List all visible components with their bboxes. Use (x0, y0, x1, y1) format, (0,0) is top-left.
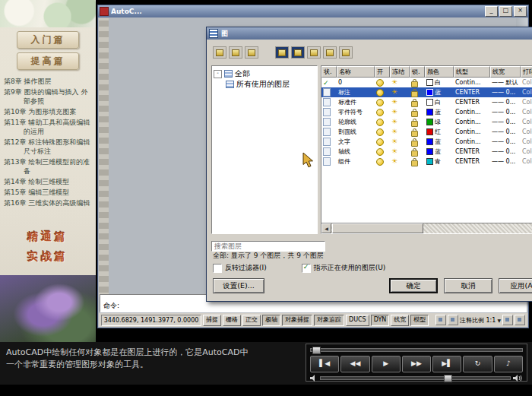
layer-lock-icon[interactable] (411, 150, 418, 157)
horizontal-scrollbar[interactable]: ◀ ▶ (321, 223, 532, 233)
filter-checkbox[interactable]: 反转过滤器(I) (213, 263, 267, 273)
column-header[interactable]: 打印. (521, 66, 532, 78)
layer-freeze-icon[interactable]: ☀ (391, 89, 397, 96)
progress-slider[interactable] (310, 347, 523, 353)
annotation-scale-dropdown-icon[interactable]: ▼ (497, 318, 501, 323)
layer-row[interactable]: 剖面线☀红Contin...—— 0...Color_1 (321, 127, 532, 137)
layer-color-swatch[interactable] (426, 89, 433, 96)
layer-freeze-icon[interactable]: ☀ (391, 119, 397, 125)
layer-row[interactable]: 标准件☀白CENTER—— 0...Color_7 (321, 97, 532, 107)
layer-color-swatch[interactable] (426, 99, 433, 106)
skip-end-button[interactable]: ▶▌ (432, 356, 461, 372)
fast-forward-button[interactable]: ▶▶ (402, 356, 431, 372)
status-toggle[interactable]: DUCS (346, 315, 369, 326)
clean-screen-icon[interactable] (515, 315, 525, 325)
rewind-button[interactable]: ◀◀ (340, 356, 369, 372)
layer-lock-icon[interactable] (411, 141, 418, 147)
status-toggle[interactable]: 栅格 (223, 315, 241, 326)
dialog-titlebar[interactable]: 图 ? × (207, 27, 532, 40)
layer-freeze-icon[interactable]: ☀ (391, 79, 397, 86)
layer-on-icon[interactable] (376, 138, 384, 146)
status-toggle[interactable]: 正交 (242, 315, 261, 326)
layer-color-swatch[interactable] (426, 138, 433, 145)
volume-thumb[interactable] (444, 375, 452, 382)
progress-thumb[interactable] (312, 347, 321, 354)
layer-lock-icon[interactable] (411, 160, 418, 166)
column-header[interactable]: 状. (321, 66, 337, 78)
minimize-button[interactable]: _ (485, 6, 498, 17)
layer-lock-icon[interactable] (411, 131, 418, 137)
close-button[interactable]: × (514, 6, 527, 17)
expander-icon[interactable]: - (214, 70, 222, 78)
section-button-master[interactable]: 精通篇 (14, 230, 82, 244)
layer-color-swatch[interactable] (426, 109, 433, 116)
layer-freeze-icon[interactable]: ☀ (391, 148, 397, 155)
layer-color-swatch[interactable] (426, 119, 433, 125)
layer-row[interactable]: 零件符号☀蓝Contin...—— 0...Color_5 (321, 107, 532, 117)
layer-row[interactable]: 组件☀青CENTER—— 0...Color_4 (321, 157, 532, 166)
new-layer-icon[interactable] (275, 46, 289, 59)
refresh-icon[interactable] (339, 46, 353, 59)
chapter-item[interactable]: 第16章 三维实体的高级编辑 (4, 198, 94, 208)
autocad-titlebar[interactable]: AutoC... _ □ × (98, 5, 528, 17)
layer-lock-icon[interactable] (411, 91, 418, 97)
new-property-filter-icon[interactable] (213, 46, 226, 59)
column-header[interactable]: 线宽 (490, 66, 521, 78)
set-current-layer-icon[interactable] (323, 46, 337, 59)
column-header[interactable]: 冻结 (390, 66, 410, 78)
annotation-scale-label[interactable]: 注释比例 1:1 (460, 316, 496, 325)
scroll-left-icon[interactable]: ◀ (321, 223, 331, 233)
annotation-autoscale-icon[interactable] (448, 315, 458, 325)
layer-on-icon[interactable] (376, 148, 384, 156)
layer-on-icon[interactable] (376, 109, 384, 116)
volume-slider[interactable] (310, 375, 523, 382)
layer-on-icon[interactable] (376, 128, 384, 136)
layer-freeze-icon[interactable]: ☀ (391, 109, 397, 116)
layer-on-icon[interactable] (376, 99, 384, 106)
chapter-item[interactable]: 第9章 图块的编辑与插入 外部参照 (4, 87, 94, 106)
layer-lock-icon[interactable] (411, 81, 418, 87)
layer-states-manager-icon[interactable] (245, 46, 258, 59)
status-toggle[interactable]: 捕捉 (203, 315, 221, 326)
layer-row[interactable]: 轮廓线☀绿Contin...—— 0...Color_3 (321, 117, 532, 127)
column-header[interactable]: 锁. (410, 66, 425, 78)
skip-start-button[interactable]: ▌◀ (310, 356, 339, 372)
section-button-intro[interactable]: 入门篇 (17, 31, 79, 49)
layer-row[interactable]: 文字☀蓝Contin...—— 0...Color_5 (321, 137, 532, 147)
layer-color-swatch[interactable] (426, 79, 433, 86)
column-header[interactable]: 开 (375, 66, 390, 78)
chapter-item[interactable]: 第10章 为图形填充图案 (4, 107, 94, 116)
new-group-filter-icon[interactable] (229, 46, 242, 59)
checkbox-box[interactable] (302, 264, 311, 273)
annotation-visibility-icon[interactable] (435, 315, 446, 325)
column-header[interactable]: 颜色 (425, 66, 454, 78)
left-toolbar-strip[interactable] (99, 18, 109, 297)
toolbar-lock-icon[interactable] (502, 315, 513, 325)
filter-checkbox[interactable]: 指示正在使用的图层(U) (302, 263, 386, 273)
layer-freeze-icon[interactable]: ☀ (391, 138, 397, 145)
chapter-item[interactable]: 第11章 辅助工具和高级编辑的运用 (4, 118, 94, 136)
search-layer-input[interactable] (211, 241, 325, 252)
status-toggle[interactable]: 对象捕捉 (282, 315, 312, 326)
layer-row[interactable]: 标注☀蓝CENTER—— 0...Color_5 (321, 87, 532, 97)
chapter-item[interactable]: 第13章 绘制三维模型前的准备 (4, 157, 94, 176)
restore-button[interactable]: □ (499, 6, 512, 17)
layer-freeze-icon[interactable]: ☀ (391, 99, 397, 106)
layer-freeze-icon[interactable]: ☀ (391, 158, 397, 165)
volume-track[interactable] (320, 376, 511, 380)
layer-on-icon[interactable] (376, 79, 384, 87)
checkbox-box[interactable] (213, 264, 222, 273)
audio-button[interactable]: ♪ (494, 356, 523, 372)
layer-filter-tree[interactable]: - 全部 所有使用的图层 (211, 65, 318, 234)
delete-layer-icon[interactable] (307, 46, 321, 59)
status-toggle[interactable]: DYN (371, 315, 390, 326)
layer-row[interactable]: ✓0☀白Contin...—— 默认Color_7 (321, 78, 532, 87)
play-button[interactable]: ▶ (372, 356, 401, 372)
chapter-item[interactable]: 第14章 绘制三维模型 (4, 177, 94, 186)
ok-button[interactable]: 确定 (389, 278, 438, 293)
status-toggle[interactable]: 线宽 (391, 315, 409, 326)
tree-node-all[interactable]: - 全部 (214, 68, 315, 79)
layer-lock-icon[interactable] (411, 121, 418, 127)
tree-node-used[interactable]: 所有使用的图层 (214, 79, 315, 90)
layer-lock-icon[interactable] (411, 101, 418, 107)
